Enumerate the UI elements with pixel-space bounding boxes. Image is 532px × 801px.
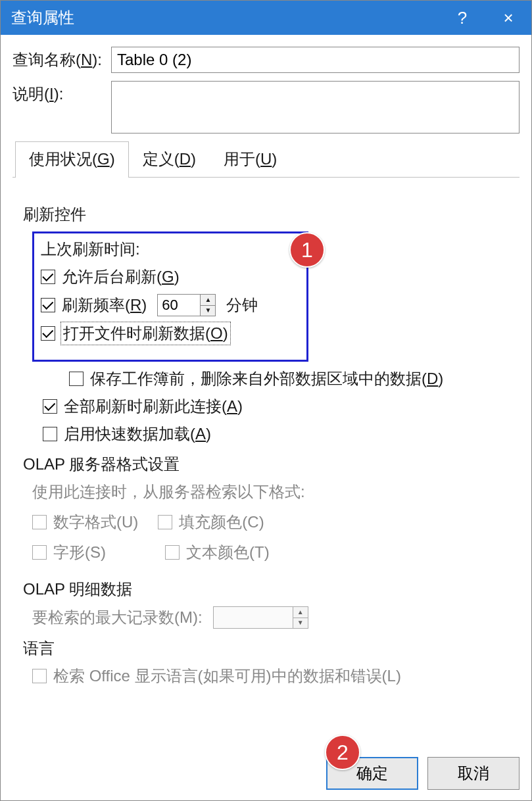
refresh-all-checkbox[interactable] (43, 399, 57, 414)
allow-bg-refresh-label: 允许后台刷新(G) (62, 266, 180, 287)
language-section-title: 语言 (23, 638, 516, 659)
refresh-frequency-unit: 分钟 (226, 295, 258, 316)
refresh-on-open-label: 打开文件时刷新数据(O) (62, 323, 230, 344)
retrieve-language-checkbox (32, 669, 47, 683)
dialog-title: 查询属性 (11, 7, 74, 28)
font-style-checkbox (32, 545, 47, 560)
olap-detail-section-title: OLAP 明细数据 (23, 579, 516, 600)
remove-data-on-save-checkbox[interactable] (69, 372, 84, 386)
spinner-up-icon[interactable]: ▲ (201, 295, 215, 306)
refresh-frequency-label: 刷新频率(R) (62, 295, 147, 316)
retrieve-language-label: 检索 Office 显示语言(如果可用)中的数据和错误(L) (53, 666, 401, 687)
refresh-all-label: 全部刷新时刷新此连接(A) (64, 396, 243, 417)
refresh-frequency-input[interactable] (158, 295, 200, 316)
max-records-label: 要检索的最大记录数(M): (32, 607, 203, 628)
allow-bg-refresh-checkbox[interactable] (41, 270, 55, 284)
max-records-input (214, 607, 293, 628)
max-records-spinner: ▲ ▼ (213, 606, 308, 629)
tab-usage[interactable]: 使用状况(G) (15, 141, 129, 178)
text-color-checkbox (165, 545, 180, 560)
refresh-on-open-checkbox[interactable] (41, 326, 55, 341)
cancel-button[interactable]: 取消 (427, 757, 520, 790)
query-name-input[interactable] (111, 47, 520, 73)
annotation-badge-1: 1 (289, 232, 325, 268)
olap-format-section-title: OLAP 服务器格式设置 (23, 454, 516, 475)
tab-usage-pane: 刷新控件 1 上次刷新时间: 允许后台刷新(G) 刷新频率(R) ▲ ▼ 分钟 (12, 178, 520, 700)
text-color-label: 文本颜色(T) (186, 542, 270, 563)
spinner-up-icon: ▲ (293, 607, 308, 618)
remove-data-on-save-label: 保存工作簿前，删除来自外部数据区域中的数据(D) (90, 368, 443, 389)
fill-color-checkbox (158, 515, 172, 529)
refresh-frequency-spinner[interactable]: ▲ ▼ (157, 294, 216, 316)
font-style-label: 字形(S) (53, 542, 106, 563)
spinner-down-icon: ▼ (293, 618, 308, 629)
dialog-content: 查询名称(N): 说明(I): 使用状况(G) 定义(D) 用于(U) 刷新控件… (1, 35, 531, 700)
tabstrip: 使用状况(G) 定义(D) 用于(U) (12, 141, 520, 178)
number-format-checkbox (32, 515, 47, 529)
tab-definition[interactable]: 定义(D) (129, 141, 210, 178)
refresh-frequency-checkbox[interactable] (41, 298, 55, 312)
refresh-section-title: 刷新控件 (23, 204, 516, 225)
titlebar: 查询属性 ? × (1, 1, 531, 35)
spinner-down-icon[interactable]: ▼ (201, 306, 215, 316)
help-button[interactable]: ? (439, 1, 485, 35)
fill-color-label: 填充颜色(C) (179, 512, 264, 533)
annotation-box-1: 1 上次刷新时间: 允许后台刷新(G) 刷新频率(R) ▲ ▼ 分钟 (32, 231, 308, 362)
olap-format-hint: 使用此连接时，从服务器检索以下格式: (32, 481, 516, 502)
close-button[interactable]: × (485, 1, 531, 35)
number-format-label: 数字格式(U) (53, 512, 138, 533)
annotation-badge-2: 2 (325, 735, 360, 770)
tab-usedin[interactable]: 用于(U) (210, 141, 291, 178)
description-label: 说明(I): (12, 81, 111, 105)
last-refresh-label: 上次刷新时间: (41, 239, 300, 260)
fast-load-checkbox[interactable] (43, 427, 57, 441)
fast-load-label: 启用快速数据加载(A) (64, 424, 211, 445)
query-name-label: 查询名称(N): (12, 47, 111, 70)
description-input[interactable] (111, 81, 520, 134)
